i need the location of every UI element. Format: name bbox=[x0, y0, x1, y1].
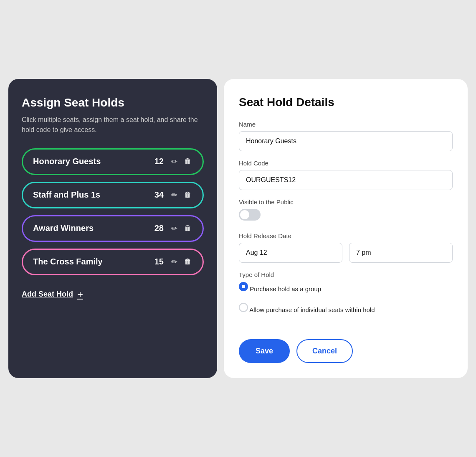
add-seat-hold-label: Add Seat Hold bbox=[22, 290, 73, 299]
date-row bbox=[239, 243, 453, 263]
left-panel-subtitle: Click multiple seats, assign them a seat… bbox=[22, 115, 204, 135]
release-date-label: Hold Release Date bbox=[239, 232, 453, 239]
radio-group-input[interactable] bbox=[239, 282, 248, 291]
hold-code-label: Hold Code bbox=[239, 160, 453, 167]
main-container: Assign Seat Holds Click multiple seats, … bbox=[8, 79, 468, 378]
hold-count-award-winners: 28 bbox=[154, 223, 164, 233]
save-button[interactable]: Save bbox=[239, 339, 290, 363]
right-panel-title: Seat Hold Details bbox=[239, 96, 453, 109]
edit-button-award-winners[interactable]: ✏ bbox=[170, 223, 178, 234]
radio-individual-label: Allow purchase of individual seats withi… bbox=[249, 306, 375, 313]
edit-button-cross-family[interactable]: ✏ bbox=[170, 256, 178, 267]
button-row: Save Cancel bbox=[239, 339, 453, 363]
hold-list: Honorary Guests 12 ✏ 🗑 Staff and Plus 1s… bbox=[22, 148, 204, 275]
hold-item-honorary-guests[interactable]: Honorary Guests 12 ✏ 🗑 bbox=[22, 148, 204, 175]
name-field-group: Name bbox=[239, 121, 453, 151]
visible-toggle[interactable] bbox=[239, 209, 261, 221]
name-label: Name bbox=[239, 121, 453, 128]
hold-item-staff-plus-1s[interactable]: Staff and Plus 1s 34 ✏ 🗑 bbox=[22, 182, 204, 208]
hold-type-field-group: Type of Hold Purchase hold as a group Al… bbox=[239, 271, 453, 317]
hold-actions-staff-plus-1s: ✏ 🗑 bbox=[170, 190, 192, 201]
add-seat-hold-button[interactable]: Add Seat Hold + bbox=[22, 289, 83, 300]
hold-name-cross-family: The Cross Family bbox=[33, 257, 154, 267]
hold-actions-honorary-guests: ✏ 🗑 bbox=[170, 156, 192, 167]
radio-group-label: Purchase hold as a group bbox=[250, 285, 321, 292]
name-input[interactable] bbox=[239, 131, 453, 151]
visible-label: Visible to the Public bbox=[239, 198, 453, 206]
radio-option-group[interactable]: Purchase hold as a group bbox=[239, 282, 453, 293]
right-panel: Seat Hold Details Name Hold Code Visible… bbox=[224, 79, 468, 378]
visible-field-group: Visible to the Public bbox=[239, 198, 453, 224]
delete-button-staff-plus-1s[interactable]: 🗑 bbox=[183, 190, 192, 200]
delete-button-award-winners[interactable]: 🗑 bbox=[183, 223, 192, 234]
hold-count-staff-plus-1s: 34 bbox=[154, 190, 164, 200]
delete-button-honorary-guests[interactable]: 🗑 bbox=[183, 156, 192, 167]
hold-actions-award-winners: ✏ 🗑 bbox=[170, 223, 192, 234]
radio-option-individual[interactable]: Allow purchase of individual seats withi… bbox=[239, 302, 453, 314]
delete-button-cross-family[interactable]: 🗑 bbox=[183, 256, 192, 267]
plus-icon: + bbox=[77, 289, 83, 300]
hold-count-honorary-guests: 12 bbox=[154, 157, 164, 166]
radio-individual-input[interactable] bbox=[239, 303, 248, 312]
release-time-input[interactable] bbox=[349, 243, 453, 263]
toggle-slider bbox=[239, 209, 261, 221]
hold-type-radio-group: Purchase hold as a group Allow purchase … bbox=[239, 282, 453, 317]
hold-code-field-group: Hold Code bbox=[239, 160, 453, 190]
hold-name-award-winners: Award Winners bbox=[33, 223, 154, 233]
edit-button-honorary-guests[interactable]: ✏ bbox=[170, 156, 178, 167]
hold-actions-cross-family: ✏ 🗑 bbox=[170, 256, 192, 267]
cancel-button[interactable]: Cancel bbox=[296, 339, 353, 363]
left-panel-title: Assign Seat Holds bbox=[22, 96, 204, 110]
edit-button-staff-plus-1s[interactable]: ✏ bbox=[170, 190, 178, 201]
hold-code-input[interactable] bbox=[239, 170, 453, 190]
hold-count-cross-family: 15 bbox=[154, 257, 164, 267]
hold-item-award-winners[interactable]: Award Winners 28 ✏ 🗑 bbox=[22, 215, 204, 242]
hold-name-honorary-guests: Honorary Guests bbox=[33, 157, 154, 166]
release-date-input[interactable] bbox=[239, 243, 342, 263]
visible-toggle-container bbox=[239, 209, 453, 224]
left-panel: Assign Seat Holds Click multiple seats, … bbox=[8, 79, 217, 378]
hold-name-staff-plus-1s: Staff and Plus 1s bbox=[33, 190, 154, 200]
release-date-field-group: Hold Release Date bbox=[239, 232, 453, 263]
hold-type-label: Type of Hold bbox=[239, 271, 453, 278]
hold-item-cross-family[interactable]: The Cross Family 15 ✏ 🗑 bbox=[22, 249, 204, 275]
